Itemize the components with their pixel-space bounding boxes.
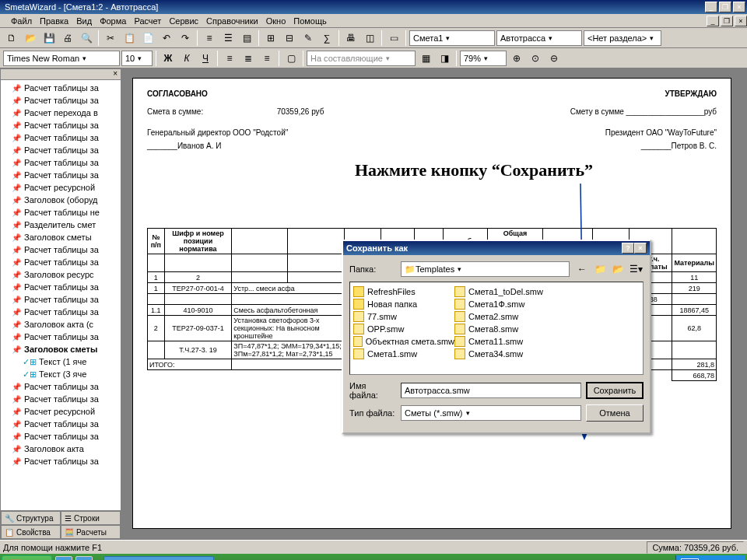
menu-service[interactable]: Сервис (169, 16, 198, 26)
filename-input[interactable] (401, 383, 581, 398)
fontsize-combo[interactable]: 10 (121, 51, 153, 66)
file-item[interactable]: Объектная смета.smw (353, 335, 454, 348)
tb-g-icon[interactable]: ∑ (318, 30, 335, 47)
tb-a-icon[interactable]: ≡ (201, 30, 218, 47)
menu-form[interactable]: Форма (100, 16, 126, 26)
tab-calcs[interactable]: 🧮 Расчеты (61, 525, 121, 539)
start-button[interactable]: 🪟 Пуск (2, 555, 52, 560)
mdi-close[interactable]: × (735, 16, 747, 26)
tree-item[interactable]: 📌Расчет таблицы за (1, 430, 121, 443)
maximize-button[interactable]: ❐ (719, 2, 731, 12)
tab-props[interactable]: 📋 Свойства (1, 525, 61, 539)
file-item[interactable]: Смета8.smw (454, 323, 556, 335)
tree-item[interactable]: 📌Расчет таблицы за (1, 94, 121, 107)
tree-item[interactable]: ✓⊞Текст (3 яче (1, 368, 121, 380)
menu-view[interactable]: Вид (76, 16, 92, 26)
file-item[interactable]: 77.smw (353, 310, 454, 323)
tb-e-icon[interactable]: ⊟ (281, 30, 298, 47)
tree-item[interactable]: 📌Расчет таблицы за (1, 306, 121, 318)
tree-item[interactable]: 📌Расчет таблицы за (1, 393, 121, 405)
save-button[interactable]: Сохранить (586, 382, 644, 399)
mdi-maximize[interactable]: ❐ (721, 16, 733, 26)
align-right-icon[interactable]: ≡ (258, 50, 275, 67)
zoom-in-icon[interactable]: ⊕ (508, 50, 525, 67)
tree-item[interactable]: 📌Расчет таблицы за (1, 455, 121, 467)
tree-item[interactable]: 📌Заголовок (оборуд (1, 194, 121, 206)
tab-structure[interactable]: 🔧 Структура (1, 511, 61, 525)
file-item[interactable]: Новая папка (353, 298, 454, 310)
tree-panel[interactable]: 📌Расчет таблицы за📌Расчет таблицы за📌Рас… (1, 80, 121, 510)
file-item[interactable]: Смета2.smw (454, 310, 556, 323)
minimize-button[interactable]: _ (705, 2, 717, 12)
preview-icon[interactable]: 🔍 (78, 30, 95, 47)
folder-combo[interactable]: 📁 Templates (401, 261, 570, 277)
underline-icon[interactable]: Ч (197, 50, 214, 67)
cancel-button[interactable]: Отмена (586, 404, 644, 422)
close-button[interactable]: × (733, 2, 745, 12)
mdi-minimize[interactable]: _ (707, 16, 719, 26)
bold-icon[interactable]: Ж (160, 50, 177, 67)
up-icon[interactable]: 📁 (592, 261, 608, 277)
menu-window[interactable]: Окно (266, 16, 286, 26)
tree-item[interactable]: 📌Заголовок акта (с (1, 318, 121, 331)
tree-item[interactable]: 📌Расчет таблицы не (1, 206, 121, 219)
tb-i-icon[interactable]: ◫ (361, 30, 378, 47)
file-item[interactable]: Смета1Ф.smw (454, 298, 556, 310)
views-icon[interactable]: ☰▾ (628, 261, 644, 277)
tree-item[interactable]: 📌Расчет таблицы за (1, 243, 121, 256)
paste-icon[interactable]: 📄 (139, 30, 156, 47)
tree-item[interactable]: 📌Расчет таблицы за (1, 144, 121, 156)
tb-b-icon[interactable]: ☰ (219, 30, 237, 47)
tree-item[interactable]: 📌Расчет таблицы за (1, 380, 121, 393)
menu-help[interactable]: Помощь (293, 16, 327, 26)
file-item[interactable]: Смета34.smw (454, 348, 556, 360)
combo-section[interactable]: <Нет раздела> (584, 30, 661, 46)
taskbar-app[interactable]: 🗔 SmetaWizard - [Смет... (103, 556, 214, 560)
ql-mail-icon[interactable]: ✉ (75, 556, 93, 560)
menu-refs[interactable]: Справочники (206, 16, 258, 26)
dialog-close-button[interactable]: × (634, 243, 647, 254)
tb-d-icon[interactable]: ⊞ (262, 30, 279, 47)
save-icon[interactable]: 💾 (40, 30, 58, 47)
tb-f-icon[interactable]: ✎ (300, 30, 317, 47)
combo-traject[interactable]: Автотрасса (496, 30, 582, 46)
tree-item[interactable]: 📌Расчет ресурсной (1, 405, 121, 418)
tree-item[interactable]: 📌Расчет таблицы за (1, 82, 121, 94)
menu-file[interactable]: Файл (11, 16, 32, 26)
border-icon[interactable]: ▢ (282, 50, 300, 67)
tree-item[interactable]: 📌Расчет перехода в (1, 107, 121, 119)
tb2-a-icon[interactable]: ▦ (417, 50, 434, 67)
ql-ie-icon[interactable]: 🌐 (55, 556, 72, 560)
open-icon[interactable]: 📂 (22, 30, 39, 47)
italic-icon[interactable]: К (178, 50, 195, 67)
align-center-icon[interactable]: ≣ (240, 50, 257, 67)
back-icon[interactable]: ← (574, 261, 590, 277)
redo-icon[interactable]: ↷ (177, 30, 194, 47)
tree-item[interactable]: 📌Расчет таблицы за (1, 169, 121, 181)
file-item[interactable]: OPP.smw (353, 323, 454, 335)
tb-h-icon[interactable]: 🖶 (342, 30, 359, 47)
file-item[interactable]: Смета11.smw (454, 335, 556, 348)
file-item[interactable]: RefreshFiles (353, 285, 454, 298)
tab-rows[interactable]: ☰ Строки (61, 511, 121, 525)
combo-smeta[interactable]: Смета1 (409, 30, 495, 46)
tree-item[interactable]: 📌Расчет ресурсной (1, 181, 121, 194)
newfolder-icon[interactable]: 📂 (610, 261, 626, 277)
file-list[interactable]: RefreshFilesНовая папка77.smwOPP.smwОбъе… (349, 282, 644, 375)
copy-icon[interactable]: 📋 (121, 30, 138, 47)
tree-item[interactable]: ✓⊞Текст (1 яче (1, 355, 121, 368)
zoom-combo[interactable]: 79% (460, 51, 507, 66)
tree-item[interactable]: 📌Расчет таблицы за (1, 293, 121, 306)
tree-item[interactable]: 📌Расчет таблицы за (1, 156, 121, 169)
tree-item[interactable]: 📌Расчет таблицы за (1, 256, 121, 268)
tree-item[interactable]: 📌Заголовок ресурс (1, 268, 121, 281)
tree-item[interactable]: 📌Заголовок акта (1, 443, 121, 455)
tree-item[interactable]: 📌Расчет таблицы за (1, 281, 121, 293)
tree-item[interactable]: 📌Расчет таблицы за (1, 119, 121, 131)
zoom-out-icon[interactable]: ⊖ (545, 50, 563, 67)
tree-item[interactable]: 📌Заголовок сметы (1, 231, 121, 243)
tree-item[interactable]: 📌Заголовок сметы (1, 343, 121, 355)
cut-icon[interactable]: ✂ (102, 30, 119, 47)
file-item[interactable]: Смета1.smw (353, 348, 454, 360)
new-icon[interactable]: 🗋 (3, 30, 20, 47)
